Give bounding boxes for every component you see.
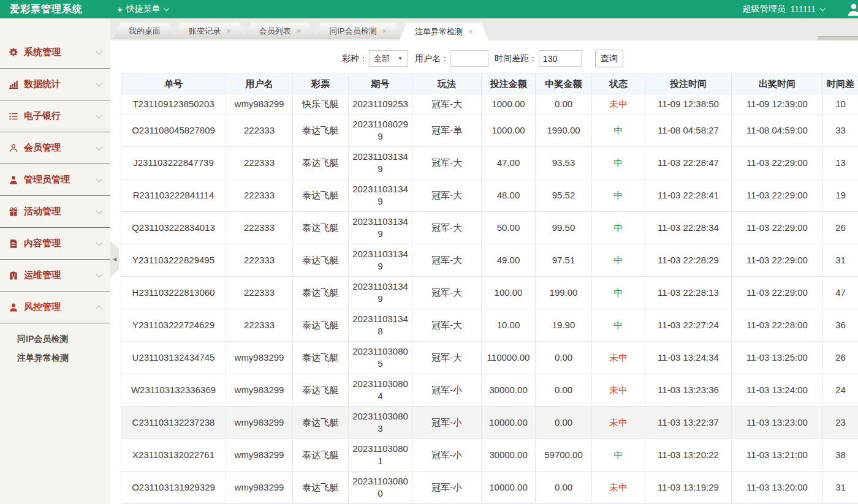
table-cell: 99.50 xyxy=(536,212,592,244)
table-row[interactable]: W231103132336369wmy983299泰达飞艇20231103080… xyxy=(121,374,858,407)
sidebar-item[interactable]: 风控管理 xyxy=(0,291,110,323)
table-cell: 11-03 22:27:24 xyxy=(645,309,732,342)
table-row[interactable]: R231103222841114222333泰达飞艇202311031349冠军… xyxy=(121,179,858,212)
table-cell: 202311030801 xyxy=(349,439,412,472)
table-cell: 222333 xyxy=(226,212,293,244)
tab-close-icon[interactable]: × xyxy=(226,27,231,35)
table-cell: wmy983299 xyxy=(226,472,293,504)
sidebar-item[interactable]: 运维管理 xyxy=(0,260,110,291)
tab-item[interactable]: 注单异常检测× xyxy=(399,23,489,40)
sidebar-item[interactable]: 会员管理 xyxy=(0,132,110,164)
table-row[interactable]: Y231103222829495222333泰达飞艇202311031349冠军… xyxy=(121,244,858,277)
status-cell: 中 xyxy=(592,115,645,147)
table-cell: 泰达飞艇 xyxy=(293,147,349,179)
sidebar-submenu: 同IP会员检测注单异常检测 xyxy=(0,323,110,371)
sidebar-item[interactable]: 数据统计 xyxy=(0,69,110,100)
tab-item[interactable]: 会员列表× xyxy=(243,23,317,39)
table-cell: 冠军-大 xyxy=(412,244,482,277)
chevron-down-icon xyxy=(96,271,102,277)
account-menu[interactable]: 超级管理员 111111 xyxy=(742,4,858,15)
gift-icon xyxy=(9,207,18,217)
table-cell: 冠军-小 xyxy=(412,374,482,407)
table-row[interactable]: T231109123850203wmy983299快乐飞艇20231109253… xyxy=(121,94,858,115)
table-cell: 泰达飞艇 xyxy=(293,374,349,407)
lottery-label: 彩种： xyxy=(342,53,368,64)
table-cell: 202311030803 xyxy=(349,407,412,439)
table-cell: 泰达飞艇 xyxy=(293,244,349,277)
table-cell: 11-03 22:29:00 xyxy=(732,212,823,244)
username-label: 用户名： xyxy=(415,53,449,64)
table-row[interactable]: H231103222813060222333泰达飞艇202311031349冠军… xyxy=(121,277,858,309)
table-row[interactable]: O231108045827809222333泰达飞艇202311080299冠军… xyxy=(121,115,858,147)
table-cell: 31 xyxy=(823,472,858,504)
user-icon xyxy=(9,303,18,312)
table-cell: 26 xyxy=(823,212,858,244)
table-row[interactable]: O231103131929329wmy983299泰达飞艇20231103080… xyxy=(121,472,858,504)
table-cell: 冠军-小 xyxy=(412,472,482,504)
lottery-select[interactable]: 全部 ▼ xyxy=(369,50,408,67)
table-cell: 11-03 22:29:00 xyxy=(732,277,823,309)
table-cell: 202311031349 xyxy=(349,179,412,212)
table-cell: 冠军-大 xyxy=(412,147,482,179)
table-cell: 冠军-单 xyxy=(412,115,482,147)
tab-close-icon[interactable]: × xyxy=(382,27,387,35)
table-row[interactable]: Y231103222724629222333泰达飞艇202311031348冠军… xyxy=(121,309,858,342)
table-row[interactable]: C231103132237238wmy983299泰达飞艇20231103080… xyxy=(121,407,858,439)
tab-item[interactable]: 账变记录× xyxy=(173,23,247,39)
sidebar-item[interactable]: 系统管理 xyxy=(0,37,110,69)
sidebar-item-label: 管理员管理 xyxy=(24,174,70,186)
gear-icon xyxy=(9,48,18,58)
table-cell: 10.00 xyxy=(482,309,536,342)
sidebar-item[interactable]: 电子银行 xyxy=(0,100,110,132)
table-cell: Y231103222829495 xyxy=(121,244,226,277)
sidebar-item-label: 运维管理 xyxy=(24,269,61,281)
table-cell: 泰达飞艇 xyxy=(293,179,349,212)
time-gap-input[interactable] xyxy=(539,50,582,67)
status-cell: 中 xyxy=(592,277,645,309)
sidebar-item[interactable]: 内容管理 xyxy=(0,228,110,260)
column-header: 用户名 xyxy=(226,74,293,94)
table-cell: O231103131929329 xyxy=(121,472,226,504)
sidebar-item[interactable]: 活动管理 xyxy=(0,196,110,228)
sidebar-item[interactable]: 管理员管理 xyxy=(0,164,110,196)
table-cell: 10000.00 xyxy=(482,407,536,439)
table-cell: 11-08 04:58:27 xyxy=(645,115,732,147)
table-cell: 10 xyxy=(823,94,858,115)
table-cell: wmy983299 xyxy=(226,342,293,374)
quick-menu-button[interactable]: + 快捷菜单 xyxy=(117,4,169,15)
tab-label: 同IP会员检测 xyxy=(329,26,376,37)
tab-close-icon[interactable]: × xyxy=(297,27,302,35)
table-cell: 93.53 xyxy=(536,147,592,179)
tab-close-icon[interactable]: × xyxy=(468,28,473,36)
table-cell: 49.00 xyxy=(482,244,536,277)
sidebar-subitem[interactable]: 注单异常检测 xyxy=(0,348,110,367)
tab-label: 会员列表 xyxy=(259,26,291,37)
table-cell: 11-03 13:21:00 xyxy=(732,439,823,472)
sidebar-subitem[interactable]: 同IP会员检测 xyxy=(0,329,110,348)
table-row[interactable]: Q231103222834013222333泰达飞艇202311031349冠军… xyxy=(121,212,858,244)
table-cell: 泰达飞艇 xyxy=(293,407,349,439)
topbar-corner-icon[interactable] xyxy=(846,2,858,17)
table-cell: 0.00 xyxy=(536,94,592,115)
table-cell: 199.00 xyxy=(536,277,592,309)
column-header: 期号 xyxy=(349,74,412,94)
user-icon xyxy=(9,175,18,185)
tab-item[interactable]: 我的桌面 xyxy=(113,23,177,39)
table-cell: 48.00 xyxy=(482,179,536,212)
time-gap-label: 时间差距： xyxy=(495,53,537,64)
horizontal-scrollbar[interactable] xyxy=(818,36,858,40)
table-cell: 50.00 xyxy=(482,212,536,244)
table-cell: 11-03 13:24:00 xyxy=(732,374,823,407)
table-row[interactable]: U231103132434745wmy983299泰达飞艇20231103080… xyxy=(121,342,858,374)
search-button[interactable]: 查询 xyxy=(595,50,623,67)
status-cell: 中 xyxy=(592,309,645,342)
tab-item[interactable]: 同IP会员检测× xyxy=(313,23,403,39)
table-cell: 0.00 xyxy=(536,407,592,439)
table-cell: 0.00 xyxy=(536,342,592,374)
username-input[interactable] xyxy=(450,50,488,67)
table-cell: 222333 xyxy=(226,277,293,309)
table-row[interactable]: X231103132022761wmy983299泰达飞艇20231103080… xyxy=(121,439,858,472)
table-cell: 202311030804 xyxy=(349,374,412,407)
table-row[interactable]: J231103222847739222333泰达飞艇202311031349冠军… xyxy=(121,147,858,179)
table-cell: 202311031348 xyxy=(349,309,412,342)
